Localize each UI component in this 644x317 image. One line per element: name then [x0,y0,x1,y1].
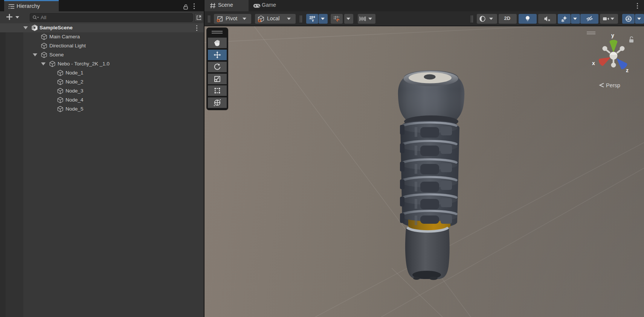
svg-text:Y: Y [312,18,314,23]
svg-text:y: y [611,32,614,38]
svg-text:x: x [592,60,595,66]
svg-text:z: z [626,67,629,73]
